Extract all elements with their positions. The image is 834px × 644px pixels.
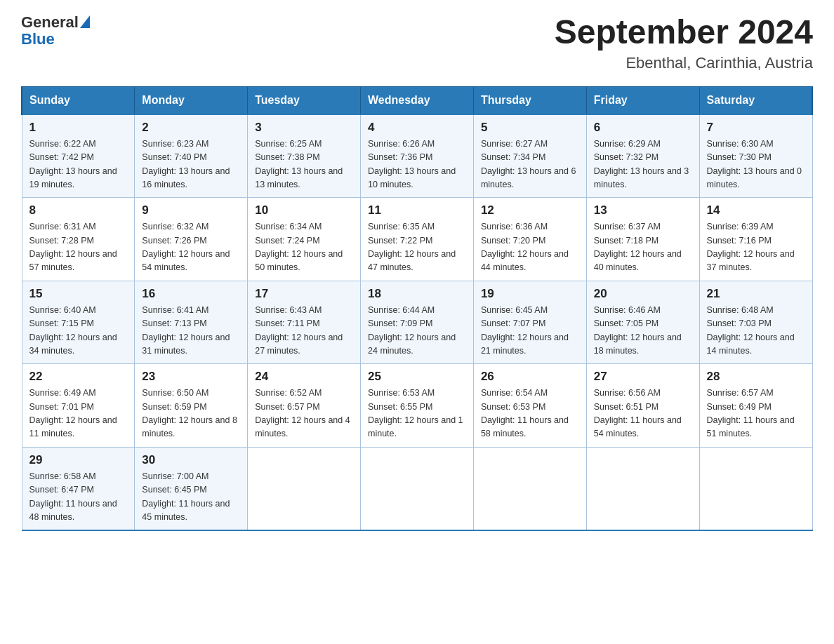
day-info: Sunrise: 6:52 AMSunset: 6:57 PMDaylight:… (255, 387, 353, 441)
calendar-cell (586, 447, 699, 530)
day-number: 19 (481, 287, 579, 301)
day-number: 4 (368, 121, 466, 135)
calendar-cell: 2Sunrise: 6:23 AMSunset: 7:40 PMDaylight… (135, 114, 248, 198)
day-number: 21 (707, 287, 805, 301)
day-info: Sunrise: 6:54 AMSunset: 6:53 PMDaylight:… (481, 387, 579, 441)
day-of-week-header: Sunday (22, 86, 135, 114)
calendar-cell: 7Sunrise: 6:30 AMSunset: 7:30 PMDaylight… (699, 114, 812, 198)
day-number: 3 (255, 121, 353, 135)
calendar-cell: 26Sunrise: 6:54 AMSunset: 6:53 PMDayligh… (473, 364, 586, 448)
day-info: Sunrise: 6:43 AMSunset: 7:11 PMDaylight:… (255, 304, 353, 358)
day-info: Sunrise: 6:36 AMSunset: 7:20 PMDaylight:… (481, 220, 579, 275)
calendar-cell: 28Sunrise: 6:57 AMSunset: 6:49 PMDayligh… (699, 364, 812, 448)
day-number: 15 (29, 287, 128, 301)
day-of-week-header: Monday (135, 86, 248, 114)
day-number: 6 (594, 121, 692, 135)
day-number: 9 (142, 203, 240, 217)
calendar-week-row: 15Sunrise: 6:40 AMSunset: 7:15 PMDayligh… (22, 281, 812, 364)
day-number: 1 (29, 121, 128, 135)
day-info: Sunrise: 6:39 AMSunset: 7:16 PMDaylight:… (707, 220, 805, 275)
day-number: 12 (481, 203, 579, 217)
day-info: Sunrise: 6:44 AMSunset: 7:09 PMDaylight:… (368, 304, 466, 358)
day-info: Sunrise: 6:37 AMSunset: 7:18 PMDaylight:… (594, 220, 692, 275)
calendar-cell: 9Sunrise: 6:32 AMSunset: 7:26 PMDaylight… (135, 198, 248, 281)
calendar-title: September 2024 (555, 14, 813, 51)
calendar-week-row: 29Sunrise: 6:58 AMSunset: 6:47 PMDayligh… (22, 447, 812, 530)
calendar-cell: 27Sunrise: 6:56 AMSunset: 6:51 PMDayligh… (586, 364, 699, 448)
day-of-week-header: Friday (586, 86, 699, 114)
calendar-cell: 10Sunrise: 6:34 AMSunset: 7:24 PMDayligh… (248, 198, 361, 281)
calendar-cell: 22Sunrise: 6:49 AMSunset: 7:01 PMDayligh… (22, 364, 135, 448)
calendar-cell: 6Sunrise: 6:29 AMSunset: 7:32 PMDaylight… (586, 114, 699, 198)
day-info: Sunrise: 6:26 AMSunset: 7:36 PMDaylight:… (368, 137, 466, 192)
day-of-week-header: Wednesday (361, 86, 474, 114)
day-info: Sunrise: 6:45 AMSunset: 7:07 PMDaylight:… (481, 304, 579, 358)
day-info: Sunrise: 6:34 AMSunset: 7:24 PMDaylight:… (255, 220, 353, 275)
day-number: 7 (707, 121, 805, 135)
day-number: 14 (707, 203, 805, 217)
day-number: 20 (594, 287, 692, 301)
day-of-week-header: Thursday (473, 86, 586, 114)
day-info: Sunrise: 7:00 AMSunset: 6:45 PMDaylight:… (142, 470, 240, 525)
day-number: 30 (142, 453, 240, 467)
day-number: 24 (255, 370, 353, 384)
day-number: 11 (368, 203, 466, 217)
calendar-cell: 16Sunrise: 6:41 AMSunset: 7:13 PMDayligh… (135, 281, 248, 364)
calendar-cell: 17Sunrise: 6:43 AMSunset: 7:11 PMDayligh… (248, 281, 361, 364)
day-info: Sunrise: 6:49 AMSunset: 7:01 PMDaylight:… (29, 387, 128, 441)
calendar-cell (248, 447, 361, 530)
calendar-week-row: 22Sunrise: 6:49 AMSunset: 7:01 PMDayligh… (22, 364, 812, 448)
calendar-cell: 19Sunrise: 6:45 AMSunset: 7:07 PMDayligh… (473, 281, 586, 364)
day-info: Sunrise: 6:32 AMSunset: 7:26 PMDaylight:… (142, 220, 240, 275)
day-number: 27 (594, 370, 692, 384)
day-info: Sunrise: 6:46 AMSunset: 7:05 PMDaylight:… (594, 304, 692, 358)
calendar-cell: 25Sunrise: 6:53 AMSunset: 6:55 PMDayligh… (361, 364, 474, 448)
calendar-cell (473, 447, 586, 530)
logo: General Blue (21, 14, 90, 48)
day-info: Sunrise: 6:40 AMSunset: 7:15 PMDaylight:… (29, 304, 128, 358)
calendar-table: SundayMondayTuesdayWednesdayThursdayFrid… (21, 86, 813, 532)
day-info: Sunrise: 6:22 AMSunset: 7:42 PMDaylight:… (29, 137, 128, 192)
day-info: Sunrise: 6:58 AMSunset: 6:47 PMDaylight:… (29, 470, 128, 525)
day-info: Sunrise: 6:57 AMSunset: 6:49 PMDaylight:… (707, 387, 805, 441)
day-of-week-header: Tuesday (248, 86, 361, 114)
day-info: Sunrise: 6:25 AMSunset: 7:38 PMDaylight:… (255, 137, 353, 192)
calendar-cell: 15Sunrise: 6:40 AMSunset: 7:15 PMDayligh… (22, 281, 135, 364)
calendar-subtitle: Ebenthal, Carinthia, Austria (555, 54, 813, 72)
calendar-cell: 12Sunrise: 6:36 AMSunset: 7:20 PMDayligh… (473, 198, 586, 281)
calendar-cell (699, 447, 812, 530)
day-number: 22 (29, 370, 128, 384)
day-number: 26 (481, 370, 579, 384)
calendar-cell: 11Sunrise: 6:35 AMSunset: 7:22 PMDayligh… (361, 198, 474, 281)
day-info: Sunrise: 6:35 AMSunset: 7:22 PMDaylight:… (368, 220, 466, 275)
calendar-week-row: 8Sunrise: 6:31 AMSunset: 7:28 PMDaylight… (22, 198, 812, 281)
calendar-cell: 21Sunrise: 6:48 AMSunset: 7:03 PMDayligh… (699, 281, 812, 364)
calendar-cell: 18Sunrise: 6:44 AMSunset: 7:09 PMDayligh… (361, 281, 474, 364)
calendar-cell: 20Sunrise: 6:46 AMSunset: 7:05 PMDayligh… (586, 281, 699, 364)
logo-icon-shape (80, 15, 90, 28)
day-info: Sunrise: 6:31 AMSunset: 7:28 PMDaylight:… (29, 220, 128, 275)
calendar-cell: 23Sunrise: 6:50 AMSunset: 6:59 PMDayligh… (135, 364, 248, 448)
day-number: 25 (368, 370, 466, 384)
logo-blue: Blue (21, 30, 55, 48)
title-area: September 2024 Ebenthal, Carinthia, Aust… (555, 14, 813, 72)
day-info: Sunrise: 6:29 AMSunset: 7:32 PMDaylight:… (594, 137, 692, 192)
day-info: Sunrise: 6:50 AMSunset: 6:59 PMDaylight:… (142, 387, 240, 441)
calendar-week-row: 1Sunrise: 6:22 AMSunset: 7:42 PMDaylight… (22, 114, 812, 198)
day-info: Sunrise: 6:53 AMSunset: 6:55 PMDaylight:… (368, 387, 466, 441)
logo-text: General Blue (21, 14, 90, 48)
calendar-cell: 29Sunrise: 6:58 AMSunset: 6:47 PMDayligh… (22, 447, 135, 530)
calendar-cell (361, 447, 474, 530)
calendar-cell: 14Sunrise: 6:39 AMSunset: 7:16 PMDayligh… (699, 198, 812, 281)
day-number: 18 (368, 287, 466, 301)
calendar-cell: 4Sunrise: 6:26 AMSunset: 7:36 PMDaylight… (361, 114, 474, 198)
calendar-cell: 24Sunrise: 6:52 AMSunset: 6:57 PMDayligh… (248, 364, 361, 448)
day-number: 17 (255, 287, 353, 301)
day-info: Sunrise: 6:56 AMSunset: 6:51 PMDaylight:… (594, 387, 692, 441)
day-number: 16 (142, 287, 240, 301)
header-row: SundayMondayTuesdayWednesdayThursdayFrid… (22, 86, 812, 114)
calendar-cell: 5Sunrise: 6:27 AMSunset: 7:34 PMDaylight… (473, 114, 586, 198)
day-number: 23 (142, 370, 240, 384)
calendar-cell: 8Sunrise: 6:31 AMSunset: 7:28 PMDaylight… (22, 198, 135, 281)
logo-general: General (21, 13, 79, 31)
